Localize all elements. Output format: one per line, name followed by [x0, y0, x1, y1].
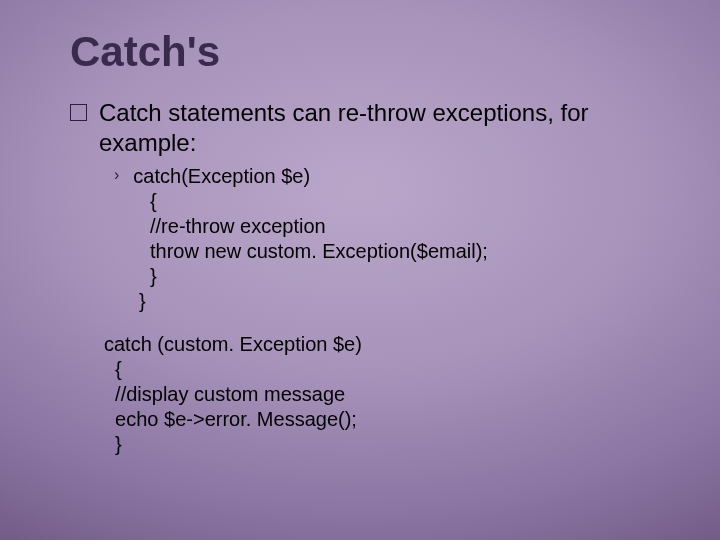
- chevron-right-icon: ›: [114, 166, 119, 184]
- bullet-item-1: Catch statements can re-throw exceptions…: [70, 98, 660, 158]
- square-bullet-icon: [70, 104, 87, 121]
- code-block-2: catch (custom. Exception $e) { //display…: [104, 332, 660, 457]
- sub-bullet-item-1: › catch(Exception $e) { //re-throw excep…: [114, 164, 660, 314]
- code-block-1: catch(Exception $e) { //re-throw excepti…: [133, 164, 488, 314]
- slide-title: Catch's: [70, 28, 660, 76]
- bullet-text-1: Catch statements can re-throw exceptions…: [99, 98, 660, 158]
- slide: Catch's Catch statements can re-throw ex…: [0, 0, 720, 540]
